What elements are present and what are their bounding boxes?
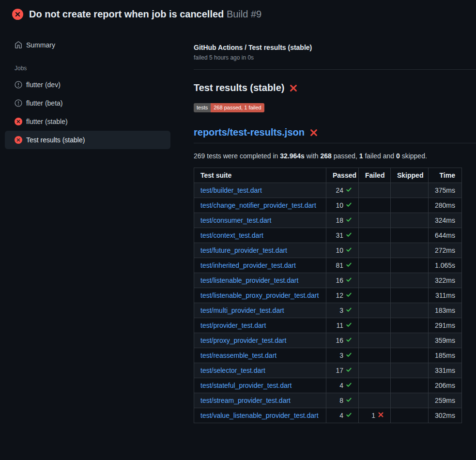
failed-count: [359, 348, 391, 363]
test-suite-cell: test/value_listenable_provider_test.dart: [194, 408, 326, 423]
section-title: Test results (stable): [194, 82, 476, 93]
report-file-link[interactable]: reports/test-results.json: [194, 127, 305, 138]
divider: [194, 69, 476, 70]
passed-count: 11: [326, 318, 359, 333]
test-suite-link[interactable]: test/stream_provider_test.dart: [200, 397, 291, 404]
time-value: 185ms: [429, 348, 462, 363]
test-suite-link[interactable]: test/selector_test.dart: [200, 367, 265, 374]
check-icon: [346, 246, 352, 253]
check-icon: [346, 397, 352, 403]
check-icon: [346, 337, 352, 343]
test-suite-link[interactable]: test/consumer_test.dart: [200, 216, 271, 224]
table-header-row: Test suitePassedFailedSkippedTime: [194, 168, 462, 183]
check-icon: [346, 276, 352, 283]
run-meta-text: failed 5 hours ago in 0s: [194, 54, 476, 61]
test-suite-link[interactable]: test/value_listenable_provider_test.dart: [200, 412, 319, 419]
time-value: 359ms: [429, 333, 462, 348]
sidebar-item-flutter-stable[interactable]: flutter (stable): [5, 112, 170, 131]
count-value: 8: [339, 397, 343, 404]
count-value: 17: [336, 367, 343, 374]
summary-mid-passed: with: [305, 152, 321, 160]
time-value: 311ms: [429, 288, 462, 303]
count-value: 81: [336, 261, 343, 269]
skipped-count: [391, 273, 429, 288]
passed-count: 16: [326, 333, 359, 348]
test-suite-link[interactable]: test/inherited_provider_test.dart: [200, 261, 296, 269]
test-suite-link[interactable]: test/context_test.dart: [200, 231, 263, 239]
skipped-count: [391, 258, 429, 273]
failed-x-icon: [289, 84, 298, 92]
check-icon: [346, 367, 352, 373]
neutral-status-icon: [15, 99, 22, 107]
test-suite-link[interactable]: test/builder_test.dart: [200, 186, 262, 194]
table-row: test/provider_test.dart11291ms: [194, 318, 462, 333]
x-circle-icon: [15, 136, 22, 144]
check-icon: [346, 412, 352, 418]
job-label: flutter (dev): [26, 81, 61, 89]
summary-mid-skipped: failed and: [363, 152, 397, 160]
time-value: 291ms: [429, 318, 462, 333]
time-value: 302ms: [429, 408, 462, 423]
test-suite-cell: test/builder_test.dart: [194, 183, 326, 198]
x-icon: [378, 412, 384, 418]
table-row: test/inherited_provider_test.dart811.065…: [194, 258, 462, 273]
skipped-count: [391, 333, 429, 348]
time-value: 322ms: [429, 273, 462, 288]
main-content: GitHub Actions / Test results (stable) f…: [194, 27, 476, 423]
badge-label: tests: [194, 103, 211, 112]
check-icon: [346, 352, 352, 358]
breadcrumb: GitHub Actions / Test results (stable): [194, 44, 476, 51]
passed-count: 16: [326, 273, 359, 288]
failed-status-icon: [12, 9, 23, 20]
count-value: 16: [336, 276, 343, 284]
test-suite-link[interactable]: test/stateful_provider_test.dart: [200, 382, 292, 389]
failed-count: [359, 273, 391, 288]
test-suite-link[interactable]: test/change_notifier_provider_test.dart: [200, 201, 316, 209]
check-icon: [346, 216, 352, 223]
sidebar-item-test-results-stable[interactable]: Test results (stable): [5, 131, 170, 149]
failed-count: [359, 258, 391, 273]
test-suite-cell: test/reassemble_test.dart: [194, 348, 326, 363]
count-value: 10: [336, 201, 343, 209]
test-suite-link[interactable]: test/listenable_proxy_provider_test.dart: [200, 291, 319, 299]
failed-count: [359, 228, 391, 243]
count-value: 18: [336, 216, 343, 224]
jobs-section-label: Jobs: [15, 65, 170, 72]
count-value: 16: [336, 337, 343, 344]
table-row: test/builder_test.dart24375ms: [194, 183, 462, 198]
check-icon: [346, 261, 352, 268]
count-value: 4: [339, 382, 343, 389]
x-circle-icon: [15, 118, 22, 125]
passed-count: 4: [326, 378, 359, 393]
time-value: 206ms: [429, 378, 462, 393]
failed-count: [359, 363, 391, 378]
skipped-count: [391, 198, 429, 213]
test-suite-link[interactable]: test/future_provider_test.dart: [200, 246, 287, 254]
failed-x-icon: [309, 128, 318, 137]
test-suite-cell: test/future_provider_test.dart: [194, 243, 326, 258]
failed-count: [359, 198, 391, 213]
skipped-count: [391, 318, 429, 333]
table-row: test/selector_test.dart17331ms: [194, 363, 462, 378]
sidebar-item-flutter-beta[interactable]: flutter (beta): [5, 94, 170, 112]
failed-count: [359, 393, 391, 408]
time-value: 280ms: [429, 198, 462, 213]
test-suite-link[interactable]: test/multi_provider_test.dart: [200, 307, 284, 314]
table-row: test/listenable_provider_test.dart16322m…: [194, 273, 462, 288]
test-suite-link[interactable]: test/proxy_provider_test.dart: [200, 337, 286, 344]
passed-count: 10: [326, 198, 359, 213]
table-row: test/change_notifier_provider_test.dart1…: [194, 198, 462, 213]
test-suite-link[interactable]: test/reassemble_test.dart: [200, 352, 276, 359]
check-icon: [346, 322, 352, 328]
test-suite-link[interactable]: test/listenable_provider_test.dart: [200, 276, 298, 284]
badge-value: 268 passed, 1 failed: [211, 103, 264, 112]
sidebar-item-flutter-dev[interactable]: flutter (dev): [5, 76, 170, 94]
check-icon: [346, 307, 352, 313]
sidebar-item-summary[interactable]: Summary: [5, 36, 170, 54]
sidebar-summary-label: Summary: [26, 41, 55, 49]
count-value: 11: [336, 322, 343, 329]
test-suite-cell: test/context_test.dart: [194, 228, 326, 243]
time-value: 183ms: [429, 303, 462, 318]
test-suite-cell: test/selector_test.dart: [194, 363, 326, 378]
test-suite-link[interactable]: test/provider_test.dart: [200, 322, 266, 329]
